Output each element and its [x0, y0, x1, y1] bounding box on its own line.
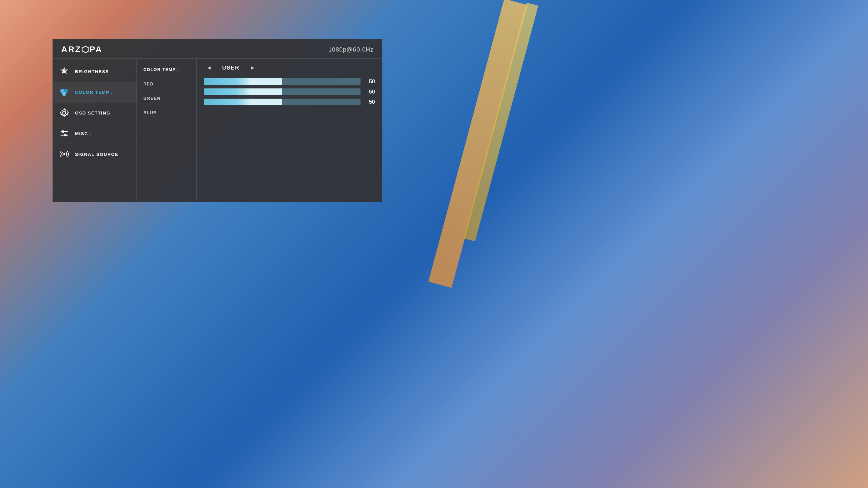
green-progress-fill — [204, 89, 282, 95]
sidebar-item-color-temp[interactable]: COLOR TEMP . — [53, 82, 136, 102]
brand-name: ARZ — [61, 45, 81, 54]
green-value: 50 — [365, 89, 375, 95]
left-arrow-button[interactable]: ◄ — [204, 64, 214, 72]
sidebar: BRIGHTNESS COLOR TEMP . — [53, 59, 137, 200]
svg-marker-0 — [82, 46, 89, 53]
svg-point-2 — [63, 70, 66, 73]
svg-point-5 — [62, 92, 66, 96]
gear-icon — [59, 107, 70, 118]
brand-name-suffix: PA — [90, 45, 102, 54]
middle-item-color-temp[interactable]: COLOR TEMP . — [137, 62, 196, 77]
blue-value: 50 — [365, 99, 375, 105]
signal-icon — [59, 149, 70, 160]
sidebar-item-misc[interactable]: MISC . — [53, 123, 136, 144]
red-progress-bar[interactable] — [204, 78, 361, 85]
brightness-icon — [59, 66, 70, 77]
osd-header: ARZ PA 1080p@60.0Hz — [53, 39, 382, 59]
sidebar-label-signal-source: SIGNAL SOURCE — [75, 152, 118, 157]
mode-value: USER — [219, 65, 243, 71]
red-progress-fill — [204, 78, 282, 85]
svg-point-11 — [63, 153, 65, 155]
sidebar-item-osd-setting[interactable]: OSD SETTING — [53, 102, 136, 123]
blue-slider-row: 50 — [204, 99, 375, 105]
svg-point-10 — [64, 134, 67, 136]
resolution-display: 1080p@60.0Hz — [329, 46, 374, 53]
brand-logo: ARZ PA — [61, 45, 102, 54]
sliders-icon — [59, 128, 70, 139]
right-arrow-button[interactable]: ► — [248, 64, 258, 72]
middle-panel: COLOR TEMP . RED GREEN BLUE — [137, 59, 197, 200]
green-progress-bar[interactable] — [204, 89, 361, 95]
green-slider-row: 50 — [204, 89, 375, 95]
blue-progress-fill — [204, 99, 282, 105]
middle-item-red[interactable]: RED — [137, 77, 196, 91]
mode-selector-row: ◄ USER ► — [204, 64, 375, 72]
sidebar-label-misc: MISC . — [75, 131, 91, 136]
middle-item-green[interactable]: GREEN — [137, 91, 196, 105]
svg-point-8 — [62, 130, 64, 133]
sidebar-item-signal-source[interactable]: SIGNAL SOURCE — [53, 144, 136, 164]
osd-body: BRIGHTNESS COLOR TEMP . — [53, 59, 382, 200]
monitor-osd: ARZ PA 1080p@60.0Hz BRIGHTNESS — [53, 39, 382, 202]
color-temp-icon — [59, 87, 70, 97]
middle-item-blue[interactable]: BLUE — [137, 105, 196, 120]
right-panel: ◄ USER ► 50 50 — [197, 59, 382, 200]
red-value: 50 — [365, 78, 375, 85]
svg-point-6 — [63, 111, 66, 114]
brand-icon — [81, 45, 90, 54]
sidebar-label-color-temp: COLOR TEMP . — [75, 90, 113, 95]
sidebar-label-osd-setting: OSD SETTING — [75, 110, 111, 116]
sidebar-label-brightness: BRIGHTNESS — [75, 69, 109, 74]
red-slider-row: 50 — [204, 78, 375, 85]
sidebar-item-brightness[interactable]: BRIGHTNESS — [53, 61, 136, 82]
blue-progress-bar[interactable] — [204, 99, 361, 105]
